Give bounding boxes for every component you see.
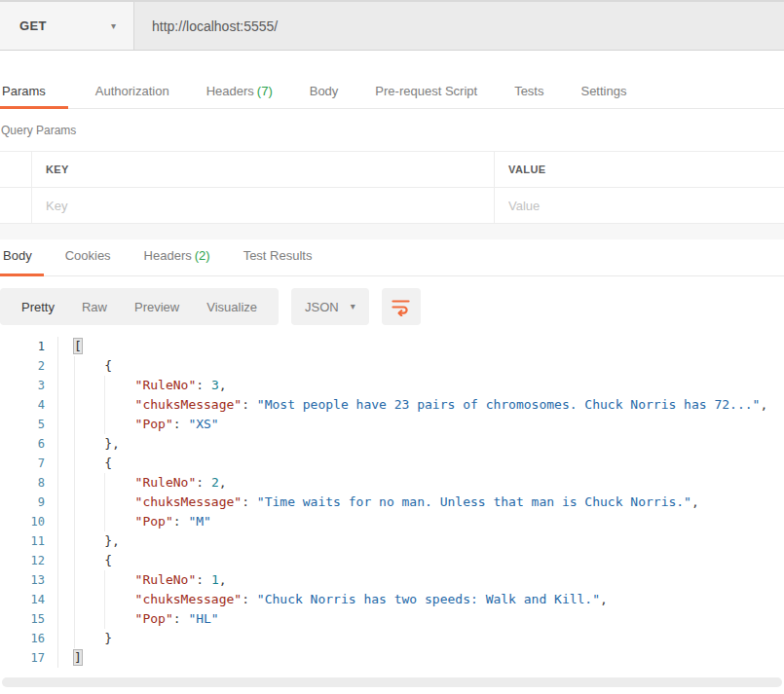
line-number: 10 (0, 512, 58, 531)
line-number: 3 (0, 376, 58, 395)
line-content: ] (58, 648, 784, 668)
response-body-editor[interactable]: 1[2 {3 "RuleNo": 3,4 "chuksMessage": "Mo… (0, 337, 784, 668)
wrap-text-icon (391, 297, 411, 316)
http-method-label: GET (19, 18, 47, 33)
line-content: "RuleNo": 3, (58, 376, 784, 395)
code-line: 12 { (0, 551, 784, 570)
line-content: "RuleNo": 2, (58, 473, 784, 493)
param-row-gutter (0, 152, 32, 187)
response-toolbar: Pretty Raw Preview Visualize JSON ▾ (0, 288, 784, 325)
request-url-bar: GET ▾ (0, 0, 784, 51)
line-number: 4 (0, 395, 58, 415)
horizontal-scrollbar[interactable] (2, 677, 782, 687)
param-value-input[interactable] (508, 199, 770, 213)
wrap-text-button[interactable] (382, 288, 421, 325)
code-line: 10 "Pop": "M" (0, 512, 784, 531)
line-content: [ (58, 337, 784, 356)
param-key-input[interactable] (46, 199, 471, 213)
code-line: 11 }, (0, 531, 784, 551)
line-content: { (58, 454, 784, 473)
tab-body[interactable]: Body (298, 84, 351, 109)
tab-settings-label: Settings (580, 84, 626, 98)
value-column-header: VALUE (508, 164, 545, 175)
code-line: 14 "chuksMessage": "Chuck Norris has two… (0, 590, 784, 609)
code-line: 16 } (0, 629, 784, 648)
code-lines: 1[2 {3 "RuleNo": 3,4 "chuksMessage": "Mo… (0, 337, 784, 668)
response-tab-test-results-label: Test Results (243, 248, 313, 263)
line-content: } (58, 629, 784, 648)
code-line: 2 { (0, 356, 784, 376)
view-pretty-button[interactable]: Pretty (8, 300, 68, 314)
response-format-label: JSON (305, 300, 339, 314)
line-content: "RuleNo": 1, (58, 570, 784, 590)
tab-settings[interactable]: Settings (569, 84, 638, 109)
tab-params[interactable]: Params (0, 84, 68, 109)
request-tabs: Params Authorization Headers(7) Body Pre… (0, 83, 784, 109)
line-content: "chuksMessage": "Most people have 23 pai… (58, 395, 784, 415)
tab-headers-label: Headers (206, 84, 254, 98)
param-value-cell (495, 188, 784, 223)
line-number: 2 (0, 356, 58, 376)
response-tab-body[interactable]: Body (0, 248, 44, 276)
line-content: "Pop": "M" (58, 512, 784, 531)
line-content: }, (58, 434, 784, 454)
line-content: { (58, 551, 784, 570)
tab-tests[interactable]: Tests (503, 84, 555, 109)
line-content: "chuksMessage": "Time waits for no man. … (58, 493, 784, 512)
line-number: 9 (0, 493, 58, 512)
code-line: 15 "Pop": "HL" (0, 609, 784, 629)
tab-headers[interactable]: Headers(7) (195, 84, 284, 109)
line-content: "Pop": "HL" (58, 609, 784, 629)
view-raw-button[interactable]: Raw (68, 300, 121, 314)
url-input[interactable] (134, 18, 784, 34)
line-content: }, (58, 531, 784, 551)
query-params-input-row (0, 188, 784, 223)
line-number: 17 (0, 648, 58, 668)
line-content: "Pop": "XS" (58, 415, 784, 434)
tab-params-label: Params (2, 84, 46, 98)
code-line: 7 { (0, 454, 784, 473)
http-method-dropdown[interactable]: GET ▾ (0, 2, 134, 50)
chevron-down-icon: ▾ (111, 21, 116, 31)
line-content: { (58, 356, 784, 376)
response-headers-count-badge: (2) (195, 248, 210, 263)
code-line: 9 "chuksMessage": "Time waits for no man… (0, 493, 784, 512)
tab-pre-request-script[interactable]: Pre-request Script (363, 84, 489, 109)
response-tab-test-results[interactable]: Test Results (232, 248, 324, 276)
code-line: 8 "RuleNo": 2, (0, 473, 784, 493)
tab-authorization[interactable]: Authorization (84, 84, 181, 109)
param-key-cell (32, 188, 495, 223)
code-line: 4 "chuksMessage": "Most people have 23 p… (0, 395, 784, 415)
view-visualize-button[interactable]: Visualize (193, 300, 271, 314)
response-tab-cookies[interactable]: Cookies (54, 248, 123, 276)
value-column-header-cell: VALUE (495, 152, 784, 187)
line-number: 6 (0, 434, 58, 454)
code-line: 13 "RuleNo": 1, (0, 570, 784, 590)
line-number: 12 (0, 551, 58, 570)
url-field-wrap (134, 2, 784, 50)
query-params-title: Query Params (0, 124, 784, 139)
line-number: 1 (0, 337, 58, 356)
line-number: 11 (0, 531, 58, 551)
line-number: 16 (0, 629, 58, 648)
key-column-header: KEY (46, 164, 69, 175)
response-tab-headers[interactable]: Headers(2) (132, 248, 222, 276)
response-tab-cookies-label: Cookies (65, 248, 111, 263)
line-number: 8 (0, 473, 58, 493)
headers-count-badge: (7) (257, 84, 273, 98)
code-line: 6 }, (0, 434, 784, 454)
tab-authorization-label: Authorization (95, 84, 169, 98)
pane-splitter[interactable] (0, 224, 784, 239)
line-number: 13 (0, 570, 58, 590)
tab-tests-label: Tests (514, 84, 543, 98)
view-preview-button[interactable]: Preview (121, 300, 193, 314)
line-number: 15 (0, 609, 58, 629)
code-line: 3 "RuleNo": 3, (0, 376, 784, 395)
chevron-down-icon: ▾ (351, 302, 355, 311)
response-tabs: Body Cookies Headers(2) Test Results (0, 239, 784, 276)
response-format-dropdown[interactable]: JSON ▾ (291, 288, 369, 325)
response-tab-headers-label: Headers (144, 248, 192, 263)
query-params-header-row: KEY VALUE (0, 152, 784, 188)
line-number: 7 (0, 454, 58, 473)
code-line: 5 "Pop": "XS" (0, 415, 784, 434)
